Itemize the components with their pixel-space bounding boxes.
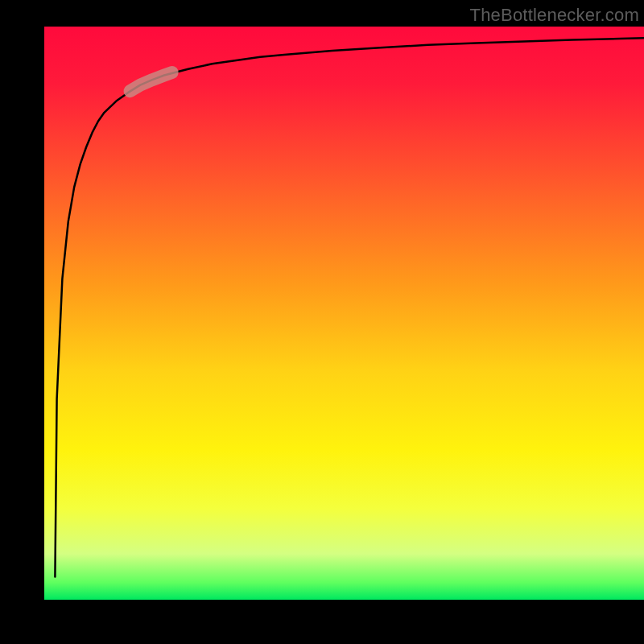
chart-container: TheBottlenecker.com	[0, 0, 644, 644]
bottleneck-curve	[55, 38, 644, 576]
highlight-segment	[130, 72, 172, 91]
curve-svg	[44, 27, 644, 600]
watermark-label: TheBottlenecker.com	[470, 5, 639, 26]
plot-area	[44, 27, 644, 600]
